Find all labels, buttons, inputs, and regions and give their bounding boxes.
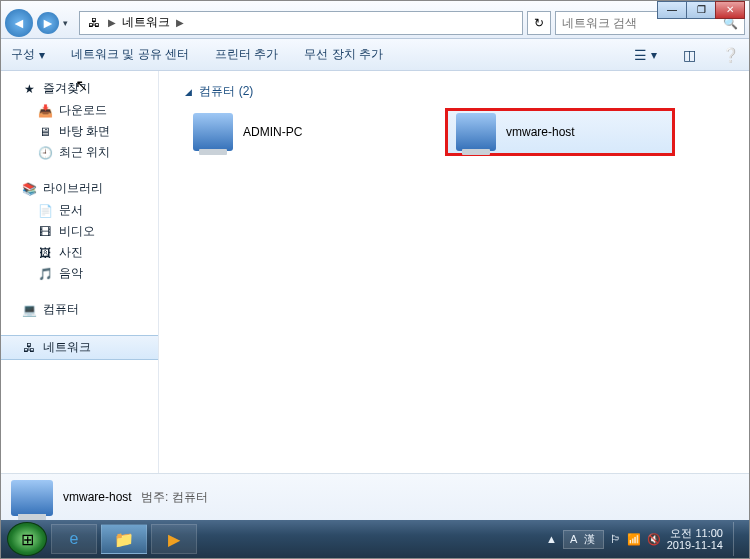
address-bar-row: ◄ ► ▾ 🖧 ▶ 네트워크 ▶ ↻ 🔍 <box>1 1 749 39</box>
content-pane: ◢ 컴퓨터 (2) ADMIN-PC vmware-host <box>159 71 749 473</box>
minimize-button[interactable]: — <box>657 1 687 19</box>
windows-logo-icon: ⊞ <box>21 530 34 549</box>
network-icon: 🖧 <box>21 341 37 355</box>
sidebar-item-label: 다운로드 <box>59 102 107 119</box>
chevron-down-icon: ▾ <box>651 48 657 62</box>
music-icon: 🎵 <box>37 267 53 281</box>
organize-label: 구성 <box>11 46 35 63</box>
sidebar-network[interactable]: 🖧네트워크 <box>1 335 158 360</box>
details-meta: vmware-host 범주: 컴퓨터 <box>63 489 208 506</box>
sidebar-network-label: 네트워크 <box>43 339 91 356</box>
refresh-button[interactable]: ↻ <box>527 11 551 35</box>
network-icon: 🖧 <box>86 16 102 30</box>
sidebar-item-label: 음악 <box>59 265 83 282</box>
address-box[interactable]: 🖧 ▶ 네트워크 ▶ <box>79 11 523 35</box>
sidebar-item-recent[interactable]: 🕘최근 위치 <box>1 142 158 163</box>
sidebar-item-label: 사진 <box>59 244 83 261</box>
taskbar-item-ie[interactable]: e <box>51 524 97 554</box>
details-name: vmware-host <box>63 490 132 504</box>
folder-icon: 📁 <box>114 530 134 549</box>
nav-forward-button[interactable]: ► <box>37 12 59 34</box>
computer-icon <box>11 480 53 516</box>
taskbar: ⊞ e 📁 ▶ ▲ A 漢 🏳 📶 🔇 오전 11:00 2019-11-14 <box>1 520 749 558</box>
maximize-button[interactable]: ❐ <box>686 1 716 19</box>
chevron-down-icon: ▾ <box>39 48 45 62</box>
sidebar-computer[interactable]: 💻컴퓨터 <box>1 298 158 321</box>
sidebar-item-label: 문서 <box>59 202 83 219</box>
tray-flag-icon[interactable]: ▲ <box>546 533 557 545</box>
tray-action-center-icon[interactable]: 🏳 <box>610 533 621 545</box>
details-category-value: 컴퓨터 <box>172 490 208 504</box>
sidebar-item-downloads[interactable]: 📥다운로드 <box>1 100 158 121</box>
show-desktop-button[interactable] <box>733 522 743 556</box>
picture-icon: 🖼 <box>37 246 53 260</box>
ie-icon: e <box>70 530 79 548</box>
sidebar-libraries[interactable]: 📚라이브러리 <box>1 177 158 200</box>
breadcrumb-network[interactable]: 네트워크 <box>122 14 170 31</box>
sidebar-item-label: 최근 위치 <box>59 144 110 161</box>
computer-label: ADMIN-PC <box>243 125 302 139</box>
navigation-sidebar: ★즐겨찾기 📥다운로드 🖥바탕 화면 🕘최근 위치 📚라이브러리 📄문서 🎞비디… <box>1 71 159 473</box>
preview-pane-icon: ◫ <box>683 47 696 63</box>
toolbar: 구성 ▾ 네트워크 및 공유 센터 프린터 추가 무선 장치 추가 ☰▾ ◫ ❔ <box>1 39 749 71</box>
sidebar-item-label: 비디오 <box>59 223 95 240</box>
sidebar-favorites-group: ★즐겨찾기 📥다운로드 🖥바탕 화면 🕘최근 위치 <box>1 77 158 163</box>
help-icon: ❔ <box>722 47 739 63</box>
details-category-label: 범주: <box>141 490 168 504</box>
nav-history-dropdown[interactable]: ▾ <box>63 18 75 28</box>
desktop-icon: 🖥 <box>37 125 53 139</box>
computer-item-admin-pc[interactable]: ADMIN-PC <box>185 108 415 156</box>
computer-item-vmware-host[interactable]: vmware-host <box>445 108 675 156</box>
tray-date: 2019-11-14 <box>667 539 723 551</box>
sidebar-item-music[interactable]: 🎵음악 <box>1 263 158 284</box>
close-button[interactable]: ✕ <box>715 1 745 19</box>
items-row: ADMIN-PC vmware-host <box>171 108 737 156</box>
network-sharing-center-button[interactable]: 네트워크 및 공유 센터 <box>71 46 189 63</box>
video-icon: 🎞 <box>37 225 53 239</box>
sidebar-libraries-group: 📚라이브러리 📄문서 🎞비디오 🖼사진 🎵음악 <box>1 177 158 284</box>
computer-icon: 💻 <box>21 303 37 317</box>
caret-down-icon: ◢ <box>185 87 192 97</box>
sidebar-item-desktop[interactable]: 🖥바탕 화면 <box>1 121 158 142</box>
sidebar-computer-label: 컴퓨터 <box>43 301 79 318</box>
sidebar-network-group: 🖧네트워크 <box>1 335 158 360</box>
view-menu[interactable]: ☰▾ <box>634 47 657 63</box>
breadcrumb-sep-icon: ▶ <box>176 17 184 28</box>
help-button[interactable]: ❔ <box>722 47 739 63</box>
start-button[interactable]: ⊞ <box>7 522 47 556</box>
computer-label: vmware-host <box>506 125 575 139</box>
document-icon: 📄 <box>37 204 53 218</box>
star-icon: ★ <box>21 82 37 96</box>
tray-time: 오전 11:00 <box>667 527 723 539</box>
group-header-label: 컴퓨터 (2) <box>199 84 253 98</box>
computer-icon <box>456 113 496 151</box>
taskbar-item-explorer[interactable]: 📁 <box>101 524 147 554</box>
folder-icon: 📥 <box>37 104 53 118</box>
details-pane: vmware-host 범주: 컴퓨터 <box>1 473 749 521</box>
nav-back-button[interactable]: ◄ <box>5 9 33 37</box>
sidebar-item-pictures[interactable]: 🖼사진 <box>1 242 158 263</box>
tray-clock[interactable]: 오전 11:00 2019-11-14 <box>667 527 723 551</box>
language-indicator[interactable]: A 漢 <box>563 530 604 549</box>
window-controls: — ❐ ✕ <box>658 1 745 19</box>
group-header-computers[interactable]: ◢ 컴퓨터 (2) <box>171 79 737 108</box>
tray-network-icon[interactable]: 📶 <box>627 533 641 546</box>
breadcrumb-sep-icon: ▶ <box>108 17 116 28</box>
libraries-icon: 📚 <box>21 182 37 196</box>
sidebar-item-videos[interactable]: 🎞비디오 <box>1 221 158 242</box>
view-icon: ☰ <box>634 47 647 63</box>
taskbar-item-media-player[interactable]: ▶ <box>151 524 197 554</box>
add-wireless-device-button[interactable]: 무선 장치 추가 <box>304 46 383 63</box>
preview-pane-button[interactable]: ◫ <box>683 47 696 63</box>
add-printer-button[interactable]: 프린터 추가 <box>215 46 278 63</box>
organize-menu[interactable]: 구성 ▾ <box>11 46 45 63</box>
sidebar-item-documents[interactable]: 📄문서 <box>1 200 158 221</box>
media-player-icon: ▶ <box>168 530 180 549</box>
sidebar-libraries-label: 라이브러리 <box>43 180 103 197</box>
tray-volume-icon[interactable]: 🔇 <box>647 533 661 546</box>
sidebar-favorites[interactable]: ★즐겨찾기 <box>1 77 158 100</box>
sidebar-computer-group: 💻컴퓨터 <box>1 298 158 321</box>
sidebar-item-label: 바탕 화면 <box>59 123 110 140</box>
recent-icon: 🕘 <box>37 146 53 160</box>
computer-icon <box>193 113 233 151</box>
